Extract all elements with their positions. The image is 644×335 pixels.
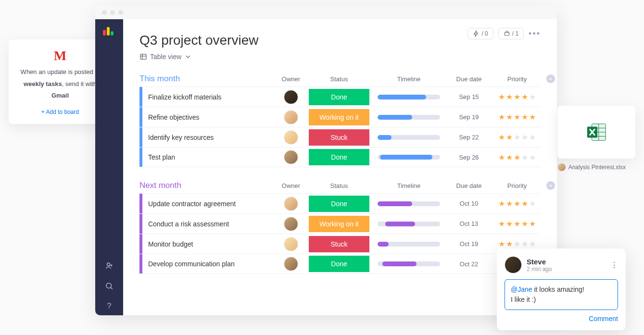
status-cell[interactable]: Done <box>309 89 369 105</box>
task-row[interactable]: Develop communication plan Done Oct 22 ★… <box>139 254 541 274</box>
app-logo[interactable] <box>103 26 115 36</box>
task-name[interactable]: Monitor budget <box>142 240 193 248</box>
add-to-board-link[interactable]: + Add to board <box>16 109 104 115</box>
star-icon[interactable]: ★ <box>521 199 528 208</box>
owner-avatar[interactable] <box>284 90 298 104</box>
due-date[interactable]: Oct 19 <box>447 240 491 248</box>
search-icon[interactable] <box>105 282 114 292</box>
due-date[interactable]: Oct 22 <box>447 261 491 268</box>
comment-body[interactable]: @Jane it looks amazing! I like it :) <box>505 279 618 310</box>
add-column-button[interactable]: + <box>546 74 555 83</box>
task-name[interactable]: Develop communication plan <box>142 260 235 268</box>
timeline-cell[interactable] <box>370 135 447 140</box>
star-icon[interactable]: ★ <box>506 219 513 228</box>
star-icon[interactable]: ★ <box>521 92 528 101</box>
owner-avatar[interactable] <box>284 110 298 124</box>
commenter-avatar[interactable] <box>505 256 522 273</box>
owner-avatar[interactable] <box>284 237 298 251</box>
star-icon[interactable]: ★ <box>529 133 536 142</box>
timeline-cell[interactable] <box>370 95 447 99</box>
task-row[interactable]: Update contractor agreement Done Oct 10 … <box>139 193 541 213</box>
task-row[interactable]: Conduct a risk assessment Working on it … <box>139 213 541 234</box>
owner-avatar[interactable] <box>284 130 298 145</box>
star-icon[interactable]: ★ <box>514 239 520 248</box>
star-icon[interactable]: ★ <box>498 199 505 208</box>
star-icon[interactable]: ★ <box>498 239 505 248</box>
task-row[interactable]: Refine objectives Working on it Sep 19 ★… <box>139 107 541 127</box>
star-icon[interactable]: ★ <box>514 92 520 101</box>
task-name[interactable]: Refine objectives <box>142 113 200 121</box>
star-icon[interactable]: ★ <box>514 153 520 162</box>
priority-cell[interactable]: ★★★★★ <box>491 153 543 162</box>
star-icon[interactable]: ★ <box>506 239 513 248</box>
star-icon[interactable]: ★ <box>529 239 536 248</box>
task-row[interactable]: Test plan Done Sep 26 ★★★★★ <box>139 147 541 167</box>
star-icon[interactable]: ★ <box>521 219 528 228</box>
star-icon[interactable]: ★ <box>521 112 528 122</box>
group-title[interactable]: This month <box>139 74 274 84</box>
star-icon[interactable]: ★ <box>498 219 505 228</box>
star-icon[interactable]: ★ <box>529 219 536 228</box>
priority-cell[interactable]: ★★★★★ <box>491 133 543 142</box>
status-cell[interactable]: Stuck <box>309 129 369 146</box>
status-cell[interactable]: Done <box>309 149 369 165</box>
priority-cell[interactable]: ★★★★★ <box>491 199 543 208</box>
integrations-button[interactable]: / 1 <box>498 28 524 39</box>
star-icon[interactable]: ★ <box>514 219 520 228</box>
timeline-cell[interactable] <box>370 222 447 226</box>
view-switcher[interactable]: Table view <box>139 53 541 61</box>
timeline-cell[interactable] <box>370 201 447 206</box>
status-cell[interactable]: Working on it <box>309 109 369 125</box>
task-name[interactable]: Test plan <box>142 153 175 161</box>
automations-button[interactable]: / 0 <box>467 28 493 39</box>
help-icon[interactable]: ? <box>107 302 112 310</box>
star-icon[interactable]: ★ <box>521 133 528 142</box>
star-icon[interactable]: ★ <box>514 199 520 208</box>
add-column-button[interactable]: + <box>546 181 555 190</box>
star-icon[interactable]: ★ <box>514 133 520 142</box>
comment-action-link[interactable]: Comment <box>505 315 618 323</box>
owner-avatar[interactable] <box>284 257 298 271</box>
comment-menu-button[interactable]: ⋮ <box>610 261 618 270</box>
star-icon[interactable]: ★ <box>498 112 505 122</box>
star-icon[interactable]: ★ <box>521 153 528 162</box>
priority-cell[interactable]: ★★★★★ <box>491 239 543 248</box>
timeline-cell[interactable] <box>370 155 447 160</box>
timeline-cell[interactable] <box>370 115 447 120</box>
star-icon[interactable]: ★ <box>514 112 520 122</box>
due-date[interactable]: Sep 19 <box>447 113 491 121</box>
user-mention[interactable]: @Jane <box>511 285 532 293</box>
star-icon[interactable]: ★ <box>529 153 536 162</box>
due-date[interactable]: Sep 26 <box>447 154 491 161</box>
group-title[interactable]: Next month <box>139 181 274 190</box>
window-control-dot[interactable] <box>102 10 107 15</box>
status-cell[interactable]: Done <box>309 196 369 212</box>
star-icon[interactable]: ★ <box>529 92 536 101</box>
due-date[interactable]: Oct 13 <box>447 220 491 227</box>
star-icon[interactable]: ★ <box>529 112 536 122</box>
owner-avatar[interactable] <box>284 150 298 164</box>
window-control-dot[interactable] <box>110 10 115 15</box>
task-name[interactable]: Finalize kickoff materials <box>142 93 221 101</box>
star-icon[interactable]: ★ <box>506 153 513 162</box>
due-date[interactable]: Sep 22 <box>447 134 491 141</box>
priority-cell[interactable]: ★★★★★ <box>491 92 543 101</box>
window-control-dot[interactable] <box>118 10 123 15</box>
star-icon[interactable]: ★ <box>521 239 528 248</box>
star-icon[interactable]: ★ <box>506 92 513 101</box>
due-date[interactable]: Oct 10 <box>447 200 491 207</box>
priority-cell[interactable]: ★★★★★ <box>491 112 543 122</box>
task-row[interactable]: Finalize kickoff materials Done Sep 15 ★… <box>139 87 541 107</box>
status-cell[interactable]: Done <box>309 256 369 272</box>
task-row[interactable]: Identify key resources Stuck Sep 22 ★★★★… <box>139 127 541 147</box>
task-row[interactable]: Monitor budget Stuck Oct 19 ★★★★★ <box>139 234 541 254</box>
star-icon[interactable]: ★ <box>498 153 505 162</box>
task-name[interactable]: Identify key resources <box>142 134 214 141</box>
status-cell[interactable]: Stuck <box>309 236 369 252</box>
task-name[interactable]: Conduct a risk assessment <box>142 220 229 228</box>
star-icon[interactable]: ★ <box>529 199 536 208</box>
due-date[interactable]: Sep 15 <box>447 93 491 100</box>
owner-avatar[interactable] <box>284 217 298 231</box>
invite-user-icon[interactable] <box>105 261 114 272</box>
timeline-cell[interactable] <box>370 261 447 266</box>
